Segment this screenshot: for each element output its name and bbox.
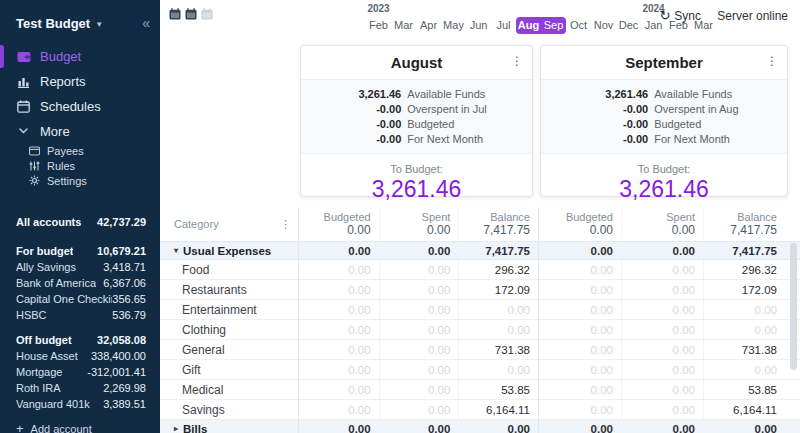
add-account-button[interactable]: + Add account: [0, 421, 160, 433]
collapse-triangle-icon[interactable]: ▾: [174, 246, 178, 255]
category-name-cell[interactable]: Medical: [160, 380, 299, 399]
balance-cell[interactable]: 6,164.11: [703, 400, 785, 419]
sidebar-item-reports[interactable]: Reports: [0, 69, 160, 94]
budgeted-cell[interactable]: 0.00: [539, 420, 621, 433]
balance-cell[interactable]: 6,164.11: [458, 400, 538, 419]
spent-cell[interactable]: 0.00: [379, 260, 459, 279]
budgeted-cell[interactable]: 0.00: [539, 400, 621, 419]
sidebar-item-rules[interactable]: Rules: [0, 158, 160, 173]
sidebar-item-settings[interactable]: Settings: [0, 173, 160, 188]
budgeted-cell[interactable]: 0.00: [299, 320, 379, 339]
sync-button[interactable]: ↻ Sync: [659, 8, 701, 23]
spent-cell[interactable]: 0.00: [621, 380, 703, 399]
budgeted-cell[interactable]: 0.00: [299, 260, 379, 279]
spent-cell[interactable]: 0.00: [621, 242, 703, 259]
budgeted-cell[interactable]: 0.00: [299, 340, 379, 359]
kebab-menu-icon[interactable]: ⋮: [511, 54, 523, 68]
month-tab-apr-2[interactable]: Apr: [416, 17, 441, 34]
balance-cell[interactable]: 7,417.75: [458, 242, 538, 259]
spent-cell[interactable]: 0.00: [379, 380, 459, 399]
category-name-cell[interactable]: Restaurants: [160, 280, 299, 299]
budgeted-cell[interactable]: 0.00: [539, 300, 621, 319]
budgeted-cell[interactable]: 0.00: [539, 242, 621, 259]
month-tab-aug-6[interactable]: Aug: [516, 17, 541, 34]
balance-cell[interactable]: 172.09: [703, 280, 785, 299]
balance-cell[interactable]: 296.32: [458, 260, 538, 279]
balance-cell[interactable]: 296.32: [703, 260, 785, 279]
calendar-toggle-icon-three-months[interactable]: [201, 6, 213, 24]
budgeted-cell[interactable]: 0.00: [299, 360, 379, 379]
month-tab-jul-5[interactable]: Jul: [491, 17, 516, 34]
budgeted-cell[interactable]: 0.00: [299, 420, 379, 433]
spent-cell[interactable]: 0.00: [621, 420, 703, 433]
spent-cell[interactable]: 0.00: [379, 340, 459, 359]
balance-cell[interactable]: 731.38: [703, 340, 785, 359]
account-group-header[interactable]: Off budget32,058.08: [16, 332, 146, 348]
category-name-cell[interactable]: Savings: [160, 400, 299, 419]
spent-cell[interactable]: 0.00: [621, 360, 703, 379]
server-status-button[interactable]: Server online: [717, 9, 788, 23]
spent-cell[interactable]: 0.00: [379, 420, 459, 433]
budget-file-name[interactable]: Test Budget: [16, 16, 90, 31]
account-row[interactable]: Bank of America6,367.06: [16, 275, 146, 291]
balance-cell[interactable]: 731.38: [458, 340, 538, 359]
balance-cell[interactable]: 0.00: [458, 360, 538, 379]
spent-cell[interactable]: 0.00: [379, 360, 459, 379]
budgeted-cell[interactable]: 0.00: [299, 280, 379, 299]
kebab-menu-icon[interactable]: ⋮: [766, 54, 778, 68]
category-name-cell[interactable]: ▸Bills: [160, 420, 299, 433]
balance-cell[interactable]: 0.00: [458, 420, 538, 433]
calendar-toggle-icon-two-months[interactable]: [185, 6, 197, 24]
spent-cell[interactable]: 0.00: [621, 300, 703, 319]
budgeted-cell[interactable]: 0.00: [299, 242, 379, 259]
to-budget-amount[interactable]: 3,261.46: [301, 176, 532, 203]
sidebar-item-budget[interactable]: Budget: [0, 44, 160, 69]
month-tab-oct-8[interactable]: Oct: [566, 17, 591, 34]
account-row[interactable]: Roth IRA2,269.98: [16, 380, 146, 396]
expand-triangle-icon[interactable]: ▸: [174, 424, 178, 433]
category-name-cell[interactable]: General: [160, 340, 299, 359]
to-budget-amount[interactable]: 3,261.46: [541, 176, 787, 203]
balance-cell[interactable]: 0.00: [703, 300, 785, 319]
budgeted-cell[interactable]: 0.00: [539, 340, 621, 359]
sidebar-collapse-icon[interactable]: «: [142, 15, 150, 31]
spent-cell[interactable]: 0.00: [621, 260, 703, 279]
budgeted-cell[interactable]: 0.00: [299, 400, 379, 419]
vertical-scrollbar[interactable]: [790, 243, 797, 370]
month-tab-jun-4[interactable]: Jun: [466, 17, 491, 34]
balance-cell[interactable]: 53.85: [703, 380, 785, 399]
balance-cell[interactable]: 0.00: [703, 420, 785, 433]
account-group-header[interactable]: For budget10,679.21: [16, 243, 146, 259]
balance-cell[interactable]: 0.00: [458, 320, 538, 339]
sidebar-item-payees[interactable]: Payees: [0, 143, 160, 158]
sidebar-item-schedules[interactable]: Schedules: [0, 94, 160, 119]
account-row[interactable]: Vanguard 401k3,389.51: [16, 396, 146, 412]
budgeted-cell[interactable]: 0.00: [539, 280, 621, 299]
spent-cell[interactable]: 0.00: [379, 320, 459, 339]
spent-cell[interactable]: 0.00: [379, 400, 459, 419]
balance-cell[interactable]: 0.00: [703, 320, 785, 339]
month-tab-dec-10[interactable]: Dec: [616, 17, 641, 34]
spent-cell[interactable]: 0.00: [621, 280, 703, 299]
balance-cell[interactable]: 0.00: [458, 300, 538, 319]
all-accounts-row[interactable]: All accounts 42,737.29: [16, 214, 146, 230]
balance-cell[interactable]: 0.00: [703, 360, 785, 379]
balance-cell[interactable]: 7,417.75: [703, 242, 785, 259]
category-name-cell[interactable]: Food: [160, 260, 299, 279]
category-name-cell[interactable]: Entertainment: [160, 300, 299, 319]
account-row[interactable]: Mortgage-312,001.41: [16, 364, 146, 380]
month-tab-may-3[interactable]: May: [441, 17, 466, 34]
budgeted-cell[interactable]: 0.00: [539, 360, 621, 379]
balance-cell[interactable]: 53.85: [458, 380, 538, 399]
spent-cell[interactable]: 0.00: [379, 280, 459, 299]
month-tab-nov-9[interactable]: Nov: [591, 17, 616, 34]
category-name-cell[interactable]: ▾Usual Expenses: [160, 242, 299, 259]
account-row[interactable]: House Asset338,400.00: [16, 348, 146, 364]
spent-cell[interactable]: 0.00: [621, 400, 703, 419]
calendar-toggle-icon-one-month[interactable]: [169, 6, 181, 24]
budgeted-cell[interactable]: 0.00: [539, 380, 621, 399]
budgeted-cell[interactable]: 0.00: [299, 380, 379, 399]
spent-cell[interactable]: 0.00: [379, 242, 459, 259]
account-row[interactable]: HSBC536.79: [16, 307, 146, 323]
balance-cell[interactable]: 172.09: [458, 280, 538, 299]
